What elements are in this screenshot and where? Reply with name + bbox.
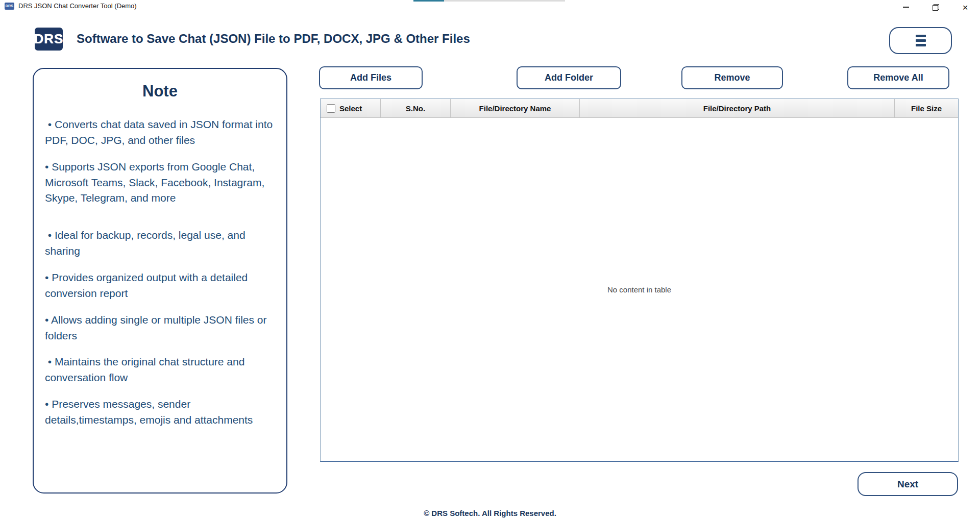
close-icon: ×: [962, 3, 968, 12]
empty-state-message: No content in table: [321, 285, 958, 294]
close-button[interactable]: ×: [950, 0, 980, 14]
top-accent-bar-teal: [413, 0, 444, 2]
note-bullet: • Allows adding single or multiple JSON …: [45, 312, 275, 344]
remove-all-button[interactable]: Remove All: [847, 66, 949, 89]
top-accent-bar-gray: [444, 0, 565, 2]
titlebar: DRS DRS JSON Chat Converter Tool (Demo) …: [0, 0, 980, 14]
note-heading: Note: [45, 82, 275, 101]
app-icon: DRS: [5, 3, 14, 10]
add-files-button[interactable]: Add Files: [319, 66, 423, 89]
column-header-name: File/Directory Name: [451, 99, 580, 117]
column-header-select-label: Select: [339, 104, 362, 113]
note-bullet: • Preserves messages, sender details,tim…: [45, 397, 275, 428]
copyright-text: © DRS Softech. All Rights Reserved.: [0, 509, 980, 517]
note-bullet: • Ideal for backup, records, legal use, …: [45, 228, 275, 259]
note-bullet: • Supports JSON exports from Google Chat…: [45, 159, 275, 207]
add-folder-button[interactable]: Add Folder: [517, 66, 621, 89]
column-header-path: File/Directory Path: [580, 99, 895, 117]
column-header-sno: S.No.: [381, 99, 451, 117]
window-title: DRS JSON Chat Converter Tool (Demo): [18, 2, 137, 10]
remove-button[interactable]: Remove: [681, 66, 783, 89]
note-bullet: • Converts chat data saved in JSON forma…: [45, 117, 275, 149]
note-panel: Note • Converts chat data saved in JSON …: [33, 68, 287, 494]
note-bullet: • Maintains the original chat structure …: [45, 354, 275, 386]
next-button[interactable]: Next: [857, 472, 958, 496]
table-body: No content in table: [321, 118, 958, 462]
table-header: Select S.No. File/Directory Name File/Di…: [321, 99, 958, 118]
minimize-button[interactable]: [891, 0, 921, 14]
restore-icon: [933, 4, 939, 11]
minimize-icon: [903, 7, 909, 8]
restore-button[interactable]: [921, 0, 950, 14]
hamburger-icon: [916, 35, 926, 37]
menu-button[interactable]: [889, 27, 952, 54]
select-all-checkbox[interactable]: [327, 104, 335, 113]
page-title: Software to Save Chat (JSON) File to PDF…: [77, 32, 470, 46]
file-table: Select S.No. File/Directory Name File/Di…: [320, 98, 959, 462]
column-header-select: Select: [321, 99, 381, 117]
column-header-size: File Size: [895, 99, 958, 117]
note-bullet: • Provides organized output with a detai…: [45, 270, 275, 302]
drs-logo: DRS: [35, 28, 63, 51]
